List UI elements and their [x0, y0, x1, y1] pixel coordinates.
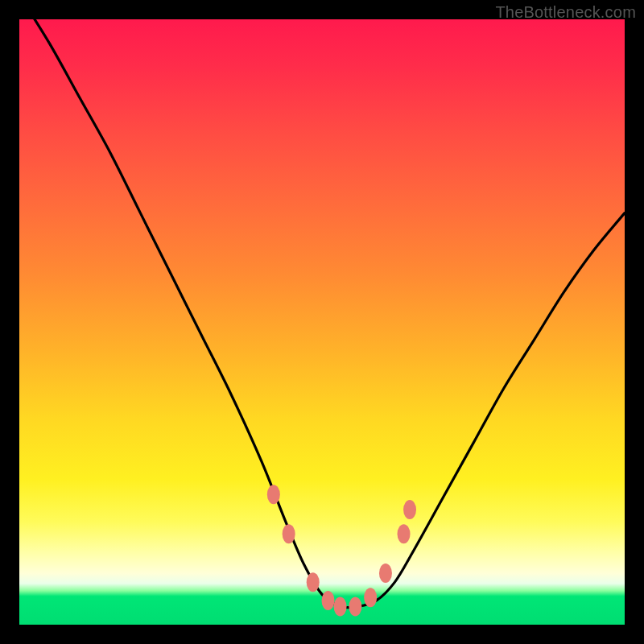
curve-marker	[334, 597, 347, 616]
watermark-text: TheBottleneck.com	[495, 3, 636, 22]
chart-frame: TheBottleneck.com	[0, 0, 644, 644]
curve-marker	[364, 588, 377, 607]
gradient-plot-area	[19, 19, 625, 625]
curve-marker	[403, 500, 416, 519]
curve-marker	[283, 524, 295, 543]
curve-markers	[267, 485, 416, 616]
curve-marker	[322, 591, 335, 610]
bottleneck-curve	[19, 19, 625, 625]
curve-marker	[307, 572, 320, 592]
curve-path	[19, 0, 625, 608]
curve-marker	[349, 597, 361, 616]
curve-marker	[267, 485, 280, 504]
curve-marker	[379, 564, 392, 583]
curve-marker	[398, 524, 411, 543]
